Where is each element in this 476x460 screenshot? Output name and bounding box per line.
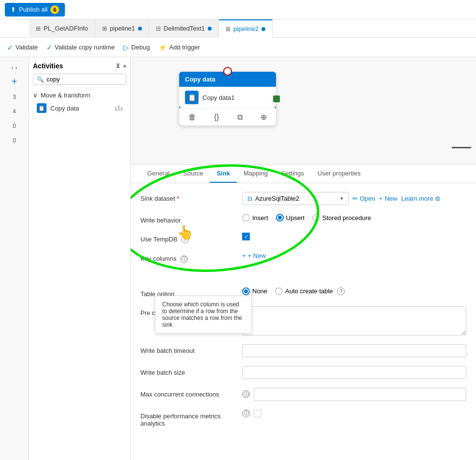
- auto-create-info-icon[interactable]: ?: [337, 287, 345, 295]
- key-columns-info-icon[interactable]: ⓘ: [180, 255, 188, 263]
- tab-icon-p1: ⊞: [102, 25, 107, 32]
- tooltip-text: Choose which column is used to determine…: [162, 301, 242, 328]
- activity-copy-label: Copy data: [50, 105, 79, 112]
- tab-sink[interactable]: Sink: [210, 165, 236, 183]
- tab-pl-getadfinfo[interactable]: ⊞ PL_GetADFInfo: [29, 19, 95, 38]
- tab-mapping[interactable]: Mapping: [237, 165, 275, 183]
- max-concurrent-input[interactable]: [254, 388, 466, 401]
- node-body: 📋 Copy data1: [179, 87, 276, 108]
- use-tempdb-info-icon[interactable]: ?: [181, 236, 189, 243]
- radio-auto-create-circle: [275, 287, 283, 295]
- write-batch-timeout-input[interactable]: [242, 344, 466, 357]
- disable-perf-info-icon[interactable]: ⓘ: [242, 410, 250, 417]
- upload-icon: ⬆: [11, 6, 16, 13]
- expand-icon[interactable]: ⊻: [116, 63, 120, 69]
- key-columns-row: Key columns ⓘ + + New: [140, 252, 466, 263]
- disable-perf-value: ⓘ: [242, 410, 466, 417]
- new-key-column-button[interactable]: + + New: [242, 252, 266, 259]
- pipeline-node[interactable]: Copy data 📋 Copy data1 🗑 {} ⧉ ⊕: [179, 72, 276, 126]
- config-tab-mapping-label: Mapping: [244, 170, 268, 177]
- max-concurrent-label: Max concurrent connections: [140, 388, 237, 398]
- activities-title-text: Activities: [33, 62, 63, 70]
- activity-copy-data[interactable]: 📋 Copy data: [33, 101, 126, 115]
- tab-source[interactable]: Source: [176, 165, 210, 183]
- main-layout: ‹ › + 3 4 0 0 Activities ⊻ « 🔍 ∨ Move & …: [0, 57, 476, 460]
- config-tab-settings-label: Settings: [281, 170, 304, 177]
- write-batch-timeout-label: Write batch timeout: [140, 344, 237, 354]
- config-tabs: General Source Sink Mapping Settings Use…: [131, 165, 476, 183]
- dataset-value-text: AzureSqlTable2: [255, 195, 299, 202]
- plus-key-icon: +: [242, 252, 246, 259]
- tab-label-p2: pipeline2: [233, 25, 259, 32]
- validate-button[interactable]: ✓ Validate: [7, 44, 38, 51]
- category-label: Move & transform: [41, 92, 91, 99]
- node-code-button[interactable]: {}: [211, 111, 222, 123]
- tab-pipeline1[interactable]: ⊞ pipeline1: [95, 19, 149, 38]
- sink-dataset-value: ⊟ AzureSqlTable2 ▾ ✏ Open + New: [242, 192, 466, 205]
- pre-copy-script-value: [242, 306, 466, 335]
- tab-delimitedtext1[interactable]: ⊟ DelimitedText1: [149, 19, 219, 38]
- category-move-transform[interactable]: ∨ Move & transform: [33, 90, 126, 101]
- tab-dot-dt: [208, 27, 212, 31]
- radio-auto-create[interactable]: Auto create table ?: [275, 287, 345, 295]
- plus-icon: +: [379, 195, 383, 202]
- tab-label-p1: pipeline1: [110, 25, 135, 32]
- activities-panel: Activities ⊻ « 🔍 ∨ Move & transform 📋 Co…: [29, 57, 131, 460]
- node-link-button[interactable]: ⊕: [258, 111, 270, 123]
- chevron-down-icon: ∨: [33, 92, 38, 99]
- tab-icon-dt: ⊟: [156, 25, 161, 32]
- node-actions: 🗑 {} ⧉ ⊕: [179, 108, 276, 126]
- config-tab-source-label: Source: [183, 170, 203, 177]
- sink-dataset-dropdown[interactable]: ⊟ AzureSqlTable2 ▾: [242, 192, 349, 205]
- search-box[interactable]: 🔍: [33, 74, 126, 85]
- validate-copy-label: Validate copy runtime: [55, 44, 115, 51]
- max-concurrent-info-icon[interactable]: ⓘ: [242, 390, 250, 398]
- dataset-type-icon: ⊟: [247, 195, 252, 202]
- insert-label: Insert: [252, 214, 268, 222]
- debug-button[interactable]: ▷ Debug: [123, 44, 150, 51]
- write-batch-size-input[interactable]: [242, 366, 466, 379]
- pre-copy-script-input[interactable]: [242, 306, 466, 335]
- sidebar-number-4: 4: [0, 104, 29, 119]
- tab-user-properties[interactable]: User properties: [311, 165, 368, 183]
- write-batch-size-label: Write batch size: [140, 366, 237, 376]
- use-tempdb-checkbox[interactable]: ✓: [242, 233, 250, 240]
- new-button[interactable]: + New: [379, 195, 398, 202]
- external-link-icon: ⧉: [435, 195, 440, 203]
- learn-more-button[interactable]: Learn more ⧉: [401, 195, 439, 203]
- add-trigger-label: Add trigger: [169, 44, 200, 51]
- config-tab-userprops-label: User properties: [318, 170, 361, 177]
- radio-upsert[interactable]: Upsert: [276, 214, 305, 222]
- collapse-icon[interactable]: «: [123, 63, 126, 69]
- node-copy-button[interactable]: ⧉: [234, 111, 246, 123]
- radio-insert[interactable]: Insert: [242, 214, 268, 222]
- add-button[interactable]: +: [9, 74, 20, 90]
- activities-title: Activities ⊻ «: [33, 62, 126, 70]
- tab-settings[interactable]: Settings: [275, 165, 311, 183]
- config-panel: General Source Sink Mapping Settings Use…: [131, 164, 476, 460]
- node-icon: 📋: [185, 91, 199, 104]
- radio-insert-circle: [242, 214, 250, 222]
- play-icon: ▷: [123, 44, 129, 51]
- disable-perf-checkbox[interactable]: [254, 410, 261, 417]
- add-trigger-button[interactable]: ⚡ Add trigger: [158, 44, 200, 51]
- publish-all-button[interactable]: ⬆ Publish all 6: [5, 3, 65, 16]
- dropdown-arrow-icon: ▾: [340, 195, 343, 202]
- open-button[interactable]: ✏ Open: [353, 195, 375, 202]
- search-icon: 🔍: [37, 76, 44, 83]
- node-delete-button[interactable]: 🗑: [185, 111, 199, 123]
- search-input[interactable]: [46, 76, 123, 83]
- validate-copy-runtime-button[interactable]: ✓ Validate copy runtime: [46, 44, 115, 51]
- sink-dataset-row: Sink dataset * ⊟ AzureSqlTable2 ▾ ✏ Open: [140, 192, 466, 205]
- sidebar-chevrons[interactable]: ‹ ›: [12, 62, 17, 74]
- write-behavior-options: Insert Upsert Stored procedure: [242, 214, 466, 222]
- tab-dot-p1: [138, 27, 142, 31]
- config-tab-general-label: General: [147, 170, 169, 177]
- config-tab-sink-label: Sink: [216, 170, 230, 177]
- radio-stored-procedure[interactable]: Stored procedure: [312, 214, 371, 222]
- tab-pipeline2[interactable]: ⊞ pipeline2: [219, 19, 273, 38]
- radio-none[interactable]: None: [242, 287, 267, 295]
- tab-label-dt: DelimitedText1: [164, 25, 205, 32]
- tab-general[interactable]: General: [140, 165, 176, 183]
- canvas-area[interactable]: Copy data 📋 Copy data1 🗑 {} ⧉ ⊕ General: [131, 57, 476, 460]
